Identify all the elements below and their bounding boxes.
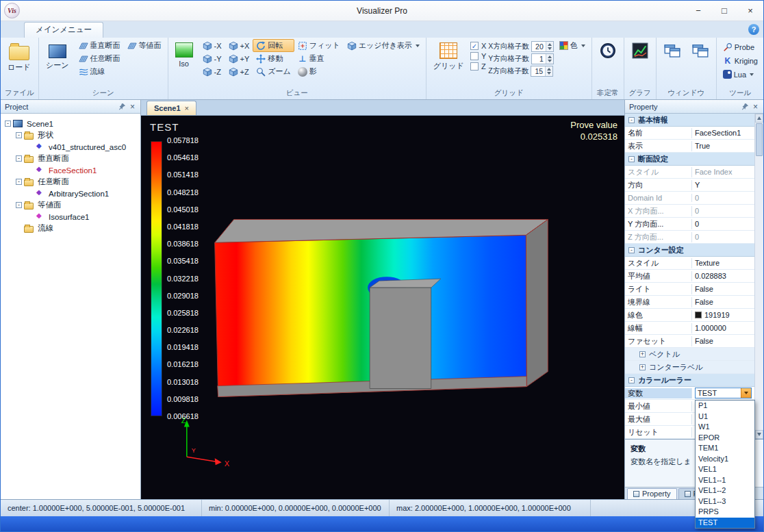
dropdown-item[interactable]: U1 [696, 411, 754, 422]
dropdown-item[interactable]: VEL1--1 [696, 475, 754, 486]
tree-item[interactable]: FaceSection1 [2, 164, 139, 176]
property-value[interactable]: False [692, 285, 754, 293]
panel-close-icon[interactable]: × [127, 101, 138, 112]
maximize-button[interactable]: □ [711, 1, 737, 21]
dropdown-item[interactable]: PRPS [696, 507, 754, 518]
property-value[interactable]: True [692, 142, 754, 150]
combobox-dropdown-button[interactable] [741, 388, 751, 398]
iso-view-button[interactable]: Iso [171, 39, 197, 70]
tree-item[interactable]: Scene1 [2, 118, 139, 129]
window-tile-button[interactable] [687, 39, 713, 61]
property-row[interactable]: 名前 FaceSection1 [625, 127, 754, 140]
property-subsection-header[interactable]: ベクトル [625, 348, 754, 361]
grid-z-count-stepper[interactable]: 15 [531, 66, 553, 77]
property-value[interactable]: 0 [692, 220, 754, 228]
property-row[interactable]: 平均値 0.028883 [625, 270, 754, 283]
tree-expander-icon[interactable] [5, 121, 11, 127]
grid-y-count-stepper[interactable]: 1 [531, 53, 554, 64]
graph-button[interactable] [627, 39, 653, 61]
scroll-down-arrow[interactable] [755, 430, 763, 439]
collapse-icon[interactable] [628, 156, 635, 162]
property-row[interactable]: Z 方向面... 0 [625, 231, 754, 244]
grid-z-checkbox[interactable] [470, 62, 479, 71]
tree-item[interactable]: v401_structured_asc0 [2, 141, 139, 153]
tree-expander-icon[interactable] [16, 155, 22, 162]
3d-scene[interactable]: Z X Y [141, 116, 624, 499]
tree-expander-icon[interactable] [16, 202, 22, 208]
dropdown-item[interactable]: W1 [696, 422, 754, 433]
pin-icon[interactable] [740, 101, 750, 112]
property-value[interactable]: Texture [692, 259, 754, 267]
expand-icon[interactable] [639, 364, 646, 370]
grid-y-checkbox[interactable] [470, 52, 479, 60]
3d-viewport[interactable]: Z X Y TEST Prove value 0.025318 0.057818 [141, 116, 624, 499]
grid-color-button[interactable]: 色 [556, 39, 589, 52]
property-row[interactable]: 境界線 False [625, 296, 754, 309]
property-section-header[interactable]: 断面設定 [625, 153, 754, 166]
view-plus-z-button[interactable]: +Z [225, 65, 253, 78]
unsteady-button[interactable] [595, 39, 621, 61]
property-value[interactable]: Y [692, 181, 754, 189]
property-value[interactable]: Face Index [692, 168, 754, 176]
dropdown-item[interactable]: VEL1 [696, 464, 754, 475]
view-minus-z-button[interactable]: -Z [199, 65, 225, 78]
property-value[interactable]: 0 [692, 207, 754, 215]
dropdown-item[interactable]: TEST [696, 518, 754, 529]
property-value[interactable]: 191919 [692, 311, 754, 319]
property-row[interactable]: スタイル Texture [625, 257, 754, 270]
edge-display-button[interactable]: エッジ付き表示 [344, 39, 423, 52]
collapse-icon[interactable] [628, 377, 635, 383]
property-value[interactable]: 0 [692, 194, 754, 202]
tree-item[interactable]: 流線 [2, 223, 139, 234]
move-button[interactable]: 移動 [253, 52, 294, 65]
panel-close-icon[interactable]: × [750, 101, 761, 112]
stepper-arrows-icon[interactable] [546, 42, 553, 51]
view-minus-x-button[interactable]: -X [199, 39, 225, 52]
tree-item[interactable]: 任意断面 [2, 176, 139, 188]
property-row[interactable]: Domain Id 0 [625, 192, 754, 205]
property-row[interactable]: Y 方向面... 0 [625, 218, 754, 231]
tab-scene1[interactable]: Scene1 × [147, 101, 196, 115]
property-value[interactable]: 1.000000 [692, 324, 754, 332]
minimize-button[interactable]: − [685, 1, 711, 21]
tree-item[interactable]: 垂直断面 [2, 153, 139, 164]
fit-button[interactable]: フィット [294, 39, 344, 52]
isosurface-button[interactable]: 等値面 [124, 39, 165, 52]
dropdown-item[interactable]: VEL1--2 [696, 485, 754, 496]
dropdown-item[interactable]: VEL1--3 [696, 496, 754, 507]
dropdown-item[interactable]: EPOR [696, 433, 754, 444]
pin-icon[interactable] [117, 101, 127, 112]
expand-icon[interactable] [639, 351, 646, 357]
property-subsection-header[interactable]: コンターラベル [625, 361, 754, 374]
stepper-arrows-icon[interactable] [545, 66, 552, 76]
grid-button[interactable]: グリッド [429, 39, 468, 73]
property-section-header[interactable]: 基本情報 [625, 114, 754, 127]
view-plus-y-button[interactable]: +Y [225, 52, 253, 65]
close-button[interactable]: × [737, 1, 763, 21]
vertical-section-button[interactable]: 垂直断面 [75, 39, 124, 52]
property-row-color[interactable]: 線色 191919 [625, 309, 754, 322]
tab-main-menu[interactable]: メインメニュー [24, 22, 103, 38]
probe-button[interactable]: Probe [720, 40, 761, 53]
property-row[interactable]: 方向 Y [625, 179, 754, 192]
taskbar[interactable] [1, 516, 763, 531]
stepper-arrows-icon[interactable] [546, 54, 553, 64]
property-row-variable[interactable]: 変数 TEST [625, 387, 754, 400]
dropdown-item[interactable]: TEM1 [696, 443, 754, 454]
property-row[interactable]: 表示 True [625, 140, 754, 153]
variable-combobox[interactable]: TEST [695, 388, 752, 398]
scene-button[interactable]: シーン [42, 39, 73, 73]
tree-item[interactable]: 形状 [2, 129, 139, 141]
property-value[interactable]: FaceSection1 [692, 129, 754, 137]
tree-expander-icon[interactable] [16, 179, 22, 185]
vertical-button[interactable]: ⊥垂直 [294, 52, 344, 65]
zoom-button[interactable]: ズーム [253, 65, 294, 78]
tree-item[interactable]: 等値面 [2, 199, 139, 211]
tab-property[interactable]: Property [627, 488, 677, 499]
scroll-up-arrow[interactable] [755, 114, 763, 123]
property-row[interactable]: 線幅 1.000000 [625, 322, 754, 335]
tab-close-icon[interactable]: × [185, 104, 189, 112]
rotate-button[interactable]: 回転 [253, 39, 294, 52]
dropdown-item[interactable]: Velocity1 [696, 454, 754, 465]
property-value[interactable]: 0.028883 [692, 272, 754, 280]
